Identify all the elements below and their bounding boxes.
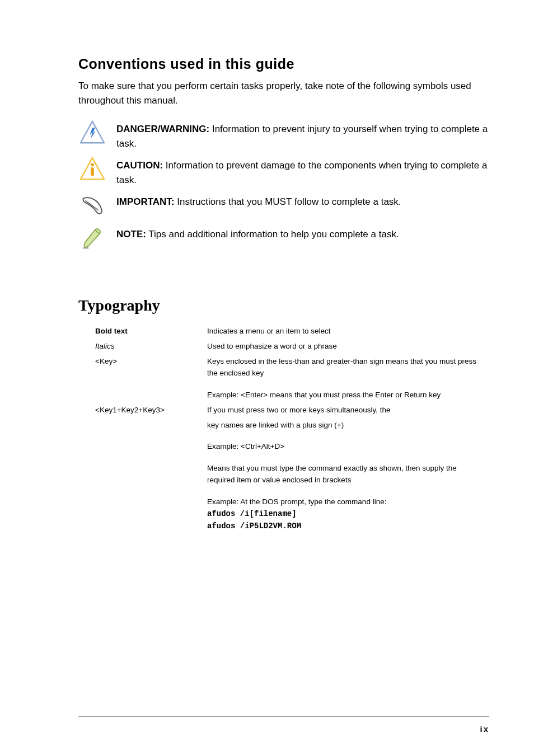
- convention-list: DANGER/WARNING: Information to prevent i…: [78, 119, 489, 252]
- typo-example3: Example: At the DOS prompt, type the com…: [207, 496, 489, 532]
- conventions-title: Conventions used in this guide: [78, 56, 489, 72]
- typo-row-italics: Italics Used to emphasize a word or a ph…: [95, 341, 489, 353]
- typo-row-example1: Example: <Enter> means that you must pre…: [95, 389, 489, 401]
- typo-example3-intro: Example: At the DOS prompt, type the com…: [207, 497, 386, 506]
- footer-divider: [78, 716, 489, 717]
- svg-point-2: [91, 163, 94, 166]
- typo-row-bold: Bold text Indicates a menu or an item to…: [95, 326, 489, 337]
- typo-command2: afudos /iP5LD2VM.ROM: [207, 522, 301, 530]
- important-icon: [78, 191, 106, 219]
- caution-desc: Information to prevent damage to the com…: [116, 160, 487, 185]
- danger-label: DANGER/WARNING:: [116, 124, 209, 134]
- convention-caution: CAUTION: Information to prevent damage t…: [78, 155, 489, 187]
- convention-important: IMPORTANT: Instructions that you MUST fo…: [78, 191, 489, 219]
- typo-command-desc: Means that you must type the command exa…: [207, 463, 489, 486]
- typography-heading: Typography: [78, 297, 489, 314]
- typo-row-multikey: <Key1+Key2+Key3> If you must press two o…: [95, 405, 489, 416]
- important-label: IMPORTANT:: [116, 196, 175, 207]
- typo-desc-multikey2: key names are linked with a plus sign (+…: [207, 420, 489, 431]
- convention-danger-text: DANGER/WARNING: Information to prevent i…: [116, 119, 489, 151]
- note-icon: [78, 224, 106, 252]
- convention-caution-text: CAUTION: Information to prevent damage t…: [116, 155, 489, 187]
- convention-note: NOTE: Tips and additional information to…: [78, 224, 489, 252]
- typo-desc-bold: Indicates a menu or an item to select: [207, 326, 489, 337]
- typo-term-italics: Italics: [95, 341, 207, 353]
- typo-row-example2: Example: <Ctrl+Alt+D>: [95, 441, 489, 453]
- page-number: ix: [480, 724, 489, 734]
- note-desc: Tips and additional information to help …: [146, 229, 399, 240]
- typo-row-example3: Example: At the DOS prompt, type the com…: [95, 496, 489, 532]
- typo-desc-multikey1: If you must press two or more keys simul…: [207, 405, 489, 416]
- typo-example-ctrl: Example: <Ctrl+Alt+D>: [207, 441, 489, 453]
- typography-table: Bold text Indicates a menu or an item to…: [95, 326, 489, 533]
- typo-example-enter: Example: <Enter> means that you must pre…: [207, 389, 489, 401]
- important-desc: Instructions that you MUST follow to com…: [175, 196, 401, 207]
- convention-note-text: NOTE: Tips and additional information to…: [116, 224, 489, 242]
- caution-icon: [78, 155, 106, 183]
- typo-row-command: Means that you must type the command exa…: [95, 463, 489, 486]
- conventions-intro: To make sure that you perform certain ta…: [78, 79, 489, 107]
- typo-desc-key: Keys enclosed in the less-than and great…: [207, 356, 489, 379]
- typo-desc-italics: Used to emphasize a word or a phrase: [207, 341, 489, 353]
- note-label: NOTE:: [116, 229, 146, 240]
- typo-term-bold: Bold text: [95, 326, 207, 337]
- typo-term-key: <Key>: [95, 356, 207, 379]
- danger-icon: [78, 119, 106, 147]
- caution-label: CAUTION:: [116, 160, 163, 171]
- typo-command1: afudos /i[filename]: [207, 509, 297, 518]
- typo-term-multikey: <Key1+Key2+Key3>: [95, 405, 207, 416]
- svg-rect-3: [91, 167, 94, 176]
- typo-row-multikey2: key names are linked with a plus sign (+…: [95, 420, 489, 431]
- convention-danger: DANGER/WARNING: Information to prevent i…: [78, 119, 489, 151]
- convention-important-text: IMPORTANT: Instructions that you MUST fo…: [116, 191, 489, 209]
- typo-row-key: <Key> Keys enclosed in the less-than and…: [95, 356, 489, 379]
